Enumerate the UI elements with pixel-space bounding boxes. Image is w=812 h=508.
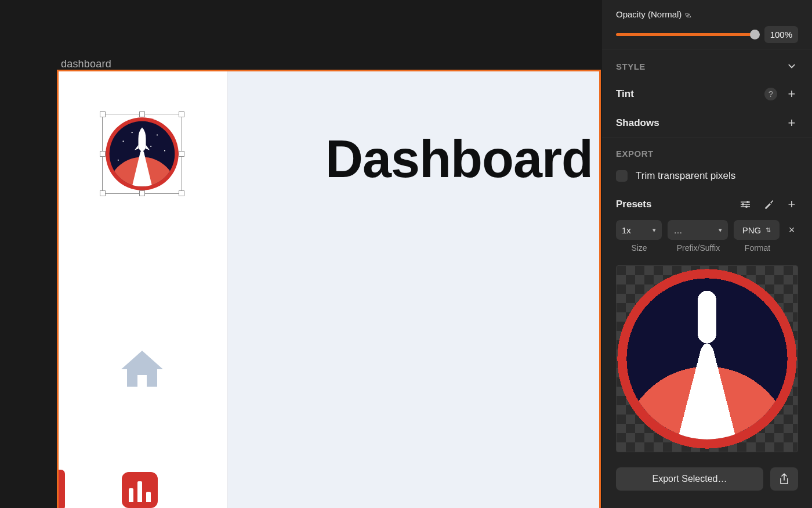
size-sublabel: Size — [616, 243, 662, 253]
export-selected-button[interactable]: Export Selected… — [616, 467, 763, 491]
format-sublabel: Format — [734, 243, 781, 253]
add-tint-button[interactable]: + — [785, 88, 798, 100]
export-format-value: PNG — [742, 225, 762, 235]
shadows-label: Shadows — [616, 117, 659, 129]
rocket-logo-icon — [104, 116, 180, 192]
active-nav-indicator — [57, 470, 65, 508]
artboard-label[interactable]: dashboard — [61, 58, 111, 70]
eyedropper-icon[interactable] — [762, 198, 775, 211]
rocket-logo-layer[interactable] — [104, 116, 180, 192]
svg-point-12 — [742, 203, 744, 206]
remove-preset-button[interactable]: × — [785, 224, 798, 236]
export-section-header: EXPORT — [602, 138, 812, 164]
export-size-select[interactable]: 1x ▾ — [616, 220, 662, 240]
share-button[interactable] — [770, 467, 798, 491]
canvas-area[interactable]: dashboard — [0, 0, 602, 508]
opacity-slider-thumb[interactable] — [750, 30, 760, 39]
prefix-sublabel: Prefix/Suffix — [668, 243, 728, 253]
svg-point-2 — [122, 140, 124, 142]
opacity-value[interactable]: 100% — [764, 26, 798, 43]
svg-point-7 — [132, 132, 133, 133]
page-title: Dashboard — [325, 129, 593, 189]
export-preset-labels: Size Prefix/Suffix Format — [602, 242, 812, 261]
svg-point-11 — [746, 201, 749, 203]
design-sidebar — [59, 71, 228, 508]
share-icon — [779, 473, 789, 485]
style-section-header[interactable]: STYLE — [602, 49, 812, 80]
chevron-up-down-icon: ⇅ — [766, 226, 771, 234]
add-preset-button[interactable]: + — [785, 198, 798, 211]
svg-rect-18 — [698, 291, 716, 344]
help-icon[interactable]: ? — [764, 88, 777, 100]
app-root: dashboard — [0, 0, 812, 508]
inspector-panel: Opacity (Normal)▿▵ 100% STYLE Tint ? + — [602, 0, 812, 508]
artboard[interactable]: Dashboard — [57, 70, 601, 508]
opacity-label[interactable]: Opacity (Normal)▿▵ — [616, 9, 690, 19]
add-shadow-button[interactable]: + — [785, 117, 798, 129]
export-size-value: 1x — [622, 225, 631, 235]
export-preset-row: 1x ▾ … ▾ PNG ⇅ × — [602, 218, 812, 242]
export-prefix-value: … — [673, 225, 682, 235]
export-header-label: EXPORT — [616, 149, 654, 158]
chart-icon — [122, 472, 158, 508]
chevron-down-icon[interactable] — [785, 60, 798, 73]
svg-point-13 — [745, 206, 748, 208]
preset-settings-icon[interactable] — [739, 198, 752, 211]
presets-label: Presets — [616, 199, 651, 210]
tint-label: Tint — [616, 88, 634, 100]
export-prefix-select[interactable]: … ▾ — [668, 220, 727, 240]
opacity-section: Opacity (Normal)▿▵ 100% — [602, 0, 812, 49]
svg-point-3 — [157, 134, 158, 135]
svg-point-4 — [164, 150, 165, 152]
style-header-label: STYLE — [616, 62, 646, 71]
export-format-select[interactable]: PNG ⇅ — [734, 220, 780, 240]
opacity-slider[interactable] — [616, 33, 756, 36]
export-preview — [616, 265, 798, 452]
trim-transparent-label: Trim transparent pixels — [636, 170, 735, 182]
chevron-down-icon: ▾ — [652, 226, 656, 234]
tint-row: Tint ? + — [602, 80, 812, 109]
export-bar: Export Selected… — [602, 460, 812, 500]
chevron-down-icon: ▾ — [719, 226, 722, 234]
svg-point-6 — [150, 146, 151, 147]
trim-transparent-checkbox[interactable] — [616, 170, 628, 182]
opacity-mode-stepper-icon[interactable]: ▿▵ — [685, 10, 690, 19]
svg-point-5 — [118, 160, 119, 161]
trim-transparent-row: Trim transparent pixels — [602, 164, 812, 193]
shadows-row: Shadows + — [602, 109, 812, 138]
home-icon — [119, 348, 165, 389]
presets-row: Presets + — [602, 193, 812, 218]
